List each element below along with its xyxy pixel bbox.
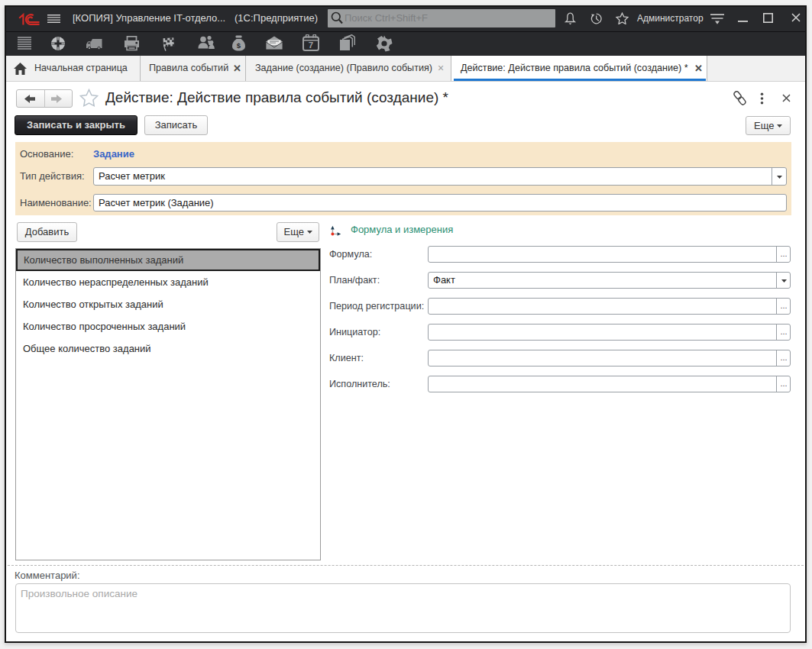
svg-text:$: $ bbox=[237, 41, 241, 50]
svg-text:7: 7 bbox=[309, 40, 313, 50]
